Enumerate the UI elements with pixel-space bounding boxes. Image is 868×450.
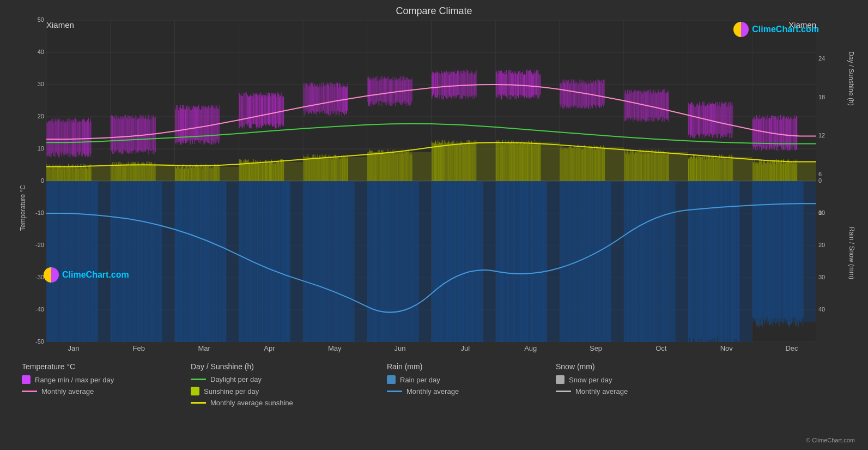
rain-label: Rain per day bbox=[400, 376, 440, 384]
x-label-dec: Dec bbox=[759, 344, 824, 352]
monthly-avg-snow-label: Monthly average bbox=[575, 387, 628, 395]
tick-right-top-6: 6 bbox=[818, 171, 822, 177]
tick-right-bottom-0: 0 bbox=[818, 177, 822, 184]
page-wrapper: Compare Climate Xiamen Xiamen -50-40-30-… bbox=[0, 0, 868, 450]
x-label-jul: Jul bbox=[433, 344, 498, 352]
chart-outer: Xiamen Xiamen -50-40-30-20-1001020304050… bbox=[16, 20, 852, 342]
tick-left--30: -30 bbox=[35, 274, 44, 280]
legend-title-snow: Snow (mm) bbox=[556, 362, 725, 371]
axis-ticks-left: -50-40-30-20-1001020304050 bbox=[16, 20, 46, 342]
x-label-nov: Nov bbox=[694, 344, 759, 352]
tick-right-bottom-20: 20 bbox=[818, 242, 825, 248]
copyright: © ClimeChart.com bbox=[806, 437, 855, 443]
x-label-oct: Oct bbox=[628, 344, 694, 352]
legend-item-sunshine: Sunshine per day bbox=[191, 387, 387, 395]
snow-swatch bbox=[556, 375, 564, 384]
legend-col-temperature: Temperature °C Range min / max per day M… bbox=[22, 362, 191, 410]
tick-right-bottom-30: 30 bbox=[818, 274, 825, 280]
x-label-sep: Sep bbox=[563, 344, 629, 352]
logo-text-bottom: ClimeChart.com bbox=[62, 270, 129, 280]
legend-item-monthly-avg-snow: Monthly average bbox=[556, 387, 725, 395]
legend-item-range: Range min / max per day bbox=[22, 375, 191, 384]
logo-top-right: ClimeChart.com bbox=[733, 22, 819, 37]
legend-col-snow: Snow (mm) Snow per day Monthly average bbox=[556, 362, 725, 410]
legend-title-temp: Temperature °C bbox=[22, 362, 191, 371]
legend-area: Temperature °C Range min / max per day M… bbox=[22, 362, 857, 410]
legend-col-rain: Rain (mm) Rain per day Monthly average bbox=[387, 362, 556, 410]
x-label-jan: Jan bbox=[41, 344, 106, 352]
snow-label: Snow per day bbox=[569, 376, 612, 384]
x-label-jun: Jun bbox=[367, 344, 433, 352]
tick-left--10: -10 bbox=[35, 209, 44, 216]
monthly-avg-rain-label: Monthly average bbox=[406, 387, 459, 395]
legend-title-rain: Rain (mm) bbox=[387, 362, 556, 371]
tick-left-30: 30 bbox=[38, 81, 44, 87]
tick-right-top-12: 12 bbox=[818, 132, 825, 139]
legend-item-rain: Rain per day bbox=[387, 375, 556, 384]
tick-left--40: -40 bbox=[35, 306, 44, 313]
axis-ticks-right: 24181260010203040 bbox=[816, 20, 852, 342]
rain-swatch bbox=[387, 375, 396, 384]
y-axis-right-top-label: Day / Sunshine (h) bbox=[847, 51, 854, 105]
legend-title-sunshine: Day / Sunshine (h) bbox=[191, 362, 387, 371]
chart-canvas bbox=[46, 20, 816, 342]
legend-item-monthly-avg-temp: Monthly average bbox=[22, 387, 191, 395]
tick-left-40: 40 bbox=[38, 49, 44, 55]
legend-col-sunshine: Day / Sunshine (h) Daylight per day Suns… bbox=[191, 362, 387, 410]
daylight-swatch bbox=[191, 379, 206, 380]
tick-right-top-18: 18 bbox=[818, 94, 825, 100]
chart-title: Compare Climate bbox=[11, 5, 857, 17]
tick-right-bottom-10: 10 bbox=[818, 209, 825, 216]
tick-right-top-24: 24 bbox=[818, 55, 825, 62]
tick-left-0: 0 bbox=[41, 177, 44, 184]
x-label-feb: Feb bbox=[106, 344, 172, 352]
legend-item-snow: Snow per day bbox=[556, 375, 725, 384]
city-label-left: Xiamen bbox=[46, 20, 74, 29]
tick-left--20: -20 bbox=[35, 242, 44, 248]
x-label-may: May bbox=[302, 344, 367, 352]
tick-right-bottom-40: 40 bbox=[818, 306, 825, 313]
range-label: Range min / max per day bbox=[35, 376, 114, 384]
y-axis-left-label: Temperature °C bbox=[19, 185, 27, 231]
x-label-aug: Aug bbox=[498, 344, 563, 352]
logo-text-top: ClimeChart.com bbox=[752, 25, 819, 34]
monthly-avg-sunshine-label: Monthly average sunshine bbox=[210, 399, 293, 407]
tick-left-10: 10 bbox=[38, 145, 44, 152]
monthly-avg-temp-label: Monthly average bbox=[41, 387, 94, 395]
x-label-apr: Apr bbox=[236, 344, 302, 352]
logo-icon-top bbox=[733, 22, 749, 37]
monthly-avg-temp-swatch bbox=[22, 391, 37, 392]
sunshine-swatch bbox=[191, 387, 199, 395]
x-axis: JanFebMarAprMayJunJulAugSepOctNovDec bbox=[41, 344, 824, 352]
tick-left--50: -50 bbox=[35, 338, 44, 345]
daylight-label: Daylight per day bbox=[210, 375, 262, 383]
monthly-avg-snow-swatch bbox=[556, 391, 571, 392]
monthly-avg-sunshine-swatch bbox=[191, 402, 206, 404]
sunshine-label: Sunshine per day bbox=[204, 387, 259, 395]
x-label-mar: Mar bbox=[172, 344, 237, 352]
tick-left-20: 20 bbox=[38, 113, 44, 119]
logo-icon-bottom bbox=[44, 267, 59, 283]
logo-bottom-left: ClimeChart.com bbox=[44, 267, 129, 283]
legend-item-monthly-avg-rain: Monthly average bbox=[387, 387, 556, 395]
tick-left-50: 50 bbox=[38, 16, 44, 23]
legend-item-daylight: Daylight per day bbox=[191, 375, 387, 383]
legend-item-monthly-avg-sunshine: Monthly average sunshine bbox=[191, 399, 387, 407]
monthly-avg-rain-swatch bbox=[387, 391, 402, 392]
y-axis-right-bottom-label: Rain / Snow (mm) bbox=[848, 227, 855, 279]
range-swatch bbox=[22, 375, 31, 384]
